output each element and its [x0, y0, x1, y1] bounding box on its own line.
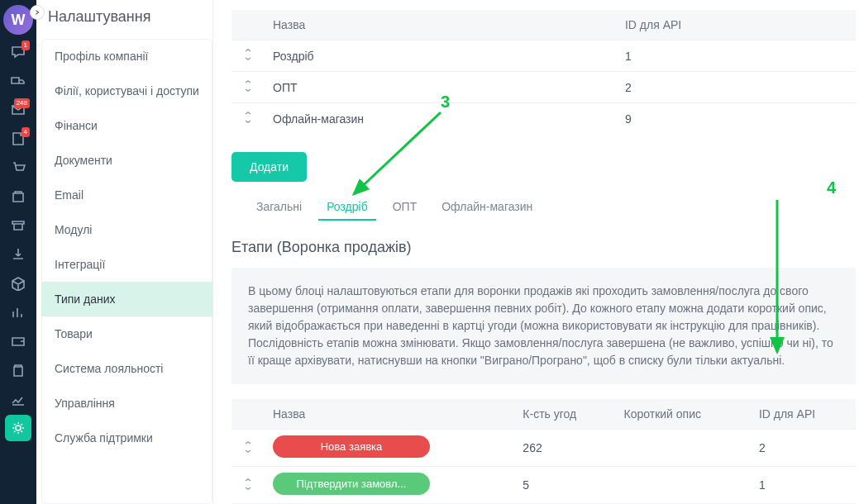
stage-deals: 262 — [514, 430, 615, 467]
stages-header-apiid: ID для API — [751, 399, 856, 430]
note-icon[interactable]: 4 — [5, 126, 31, 152]
type-api-id: 1 — [617, 40, 856, 72]
download-icon[interactable] — [5, 241, 31, 268]
nav-item[interactable]: Модулі — [41, 212, 212, 247]
type-name: Офлайн-магазин — [265, 103, 617, 135]
table-row[interactable]: Офлайн-магазин9 — [231, 103, 856, 135]
tab[interactable]: Загальні — [255, 193, 303, 220]
graph-icon[interactable] — [5, 386, 31, 412]
settings-nav: Налаштування Профіль компаніїФілії, кори… — [36, 0, 213, 504]
nav-item[interactable]: Типи даних — [41, 282, 212, 316]
page-title: Налаштування — [36, 0, 212, 34]
nav-item[interactable]: Фінанси — [41, 108, 212, 143]
tab[interactable]: ОПТ — [391, 193, 419, 220]
stage-pill[interactable]: Підтвердити замовл... — [273, 473, 430, 495]
nav-item[interactable]: Філії, користувачі і доступи — [41, 74, 212, 108]
rail-badge: 1 — [21, 40, 30, 50]
table-row[interactable]: Роздріб1 — [231, 40, 856, 72]
tabs: ЗагальніРоздрібОПТОфлайн-магазин — [231, 193, 856, 221]
stage-pill[interactable]: Нова заявка — [273, 435, 430, 458]
table-row[interactable]: Нова заявка2622 — [231, 430, 856, 467]
nav-item[interactable]: Інтеграції — [41, 247, 212, 282]
stage-desc — [616, 467, 751, 504]
info-box: В цьому блоці налаштовуються етапи для в… — [231, 268, 856, 384]
register-icon[interactable] — [5, 183, 31, 210]
wallet-icon[interactable] — [5, 328, 31, 354]
expand-rail-button[interactable] — [30, 5, 45, 20]
stage-api-id: 2 — [751, 430, 856, 467]
types-table-header-name: Назва — [265, 10, 617, 40]
truck-icon[interactable] — [5, 68, 31, 94]
tab[interactable]: Роздріб — [325, 193, 370, 220]
chart-icon[interactable] — [5, 299, 31, 326]
drag-handle-icon[interactable] — [244, 112, 252, 126]
nav-item[interactable]: Управління — [41, 386, 212, 421]
stage-desc — [616, 430, 751, 467]
type-api-id: 2 — [617, 72, 856, 103]
tab[interactable]: Офлайн-магазин — [440, 193, 534, 220]
nav-item[interactable]: Товари — [41, 316, 212, 351]
stages-header-name: Назва — [265, 399, 514, 430]
drag-handle-icon[interactable] — [244, 479, 252, 492]
rail-badge: 248 — [14, 98, 30, 108]
app-logo: W — [3, 5, 33, 35]
settings-icon[interactable] — [5, 415, 31, 441]
nav-item[interactable]: Документи — [41, 143, 212, 178]
table-row[interactable]: Підтвердити замовл...51 — [231, 467, 856, 504]
clipboard-icon[interactable] — [5, 357, 31, 383]
archive-icon[interactable] — [5, 212, 31, 239]
drag-handle-icon[interactable] — [244, 442, 252, 455]
stages-table: Назва К-сть угод Короткий опис ID для AP… — [231, 399, 856, 504]
types-table-header-apiid: ID для API — [617, 10, 856, 40]
section-title: Етапи (Воронка продажів) — [231, 239, 856, 256]
drag-handle-icon[interactable] — [244, 81, 252, 94]
type-name: ОПТ — [265, 72, 617, 103]
type-api-id: 9 — [617, 103, 856, 135]
icon-rail: W 12484 — [0, 0, 36, 504]
nav-item[interactable]: Email — [41, 178, 212, 212]
stage-api-id: 1 — [751, 467, 856, 504]
main-content: Назва ID для API Роздріб1ОПТ2Офлайн-мага… — [213, 0, 859, 504]
rail-badge: 4 — [21, 127, 30, 137]
table-row[interactable]: ОПТ2 — [231, 72, 856, 103]
add-button[interactable]: Додати — [231, 152, 307, 182]
drag-handle-icon[interactable] — [244, 50, 252, 63]
nav-item[interactable]: Профіль компанії — [41, 39, 212, 74]
nav-item[interactable]: Служба підтримки — [41, 421, 212, 455]
stages-header-desc: Короткий опис — [616, 399, 751, 430]
stages-header-deals: К-сть угод — [514, 399, 615, 430]
nav-item[interactable]: Система лояльності — [41, 351, 212, 386]
cart-icon[interactable] — [5, 155, 31, 181]
mail-icon[interactable]: 248 — [5, 97, 31, 123]
types-table: Назва ID для API Роздріб1ОПТ2Офлайн-мага… — [231, 10, 856, 134]
chat-icon[interactable]: 1 — [5, 39, 31, 65]
package-icon[interactable] — [5, 270, 31, 297]
stage-deals: 5 — [514, 467, 615, 504]
type-name: Роздріб — [265, 40, 617, 72]
